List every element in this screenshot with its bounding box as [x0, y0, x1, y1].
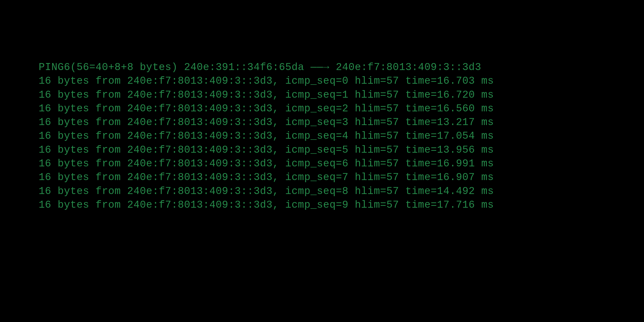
- ping-reply-line: 16 bytes from 240e:f7:8013:409:3::3d3, i…: [39, 184, 644, 198]
- ping-reply-line: 16 bytes from 240e:f7:8013:409:3::3d3, i…: [39, 74, 644, 88]
- terminal-output: PING6(56=40+8+8 bytes) 240e:391::34f6:65…: [0, 0, 644, 212]
- ping-reply-line: 16 bytes from 240e:f7:8013:409:3::3d3, i…: [39, 198, 644, 212]
- ping-reply-line: 16 bytes from 240e:f7:8013:409:3::3d3, i…: [39, 129, 644, 143]
- ping-reply-line: 16 bytes from 240e:f7:8013:409:3::3d3, i…: [39, 170, 644, 184]
- ping-reply-line: 16 bytes from 240e:f7:8013:409:3::3d3, i…: [39, 157, 644, 170]
- ping-reply-line: 16 bytes from 240e:f7:8013:409:3::3d3, i…: [39, 115, 644, 129]
- ping-header-line: PING6(56=40+8+8 bytes) 240e:391::34f6:65…: [39, 60, 644, 74]
- ping-reply-line: 16 bytes from 240e:f7:8013:409:3::3d3, i…: [39, 102, 644, 115]
- ping-reply-line: 16 bytes from 240e:f7:8013:409:3::3d3, i…: [39, 88, 644, 102]
- ping-reply-line: 16 bytes from 240e:f7:8013:409:3::3d3, i…: [39, 143, 644, 157]
